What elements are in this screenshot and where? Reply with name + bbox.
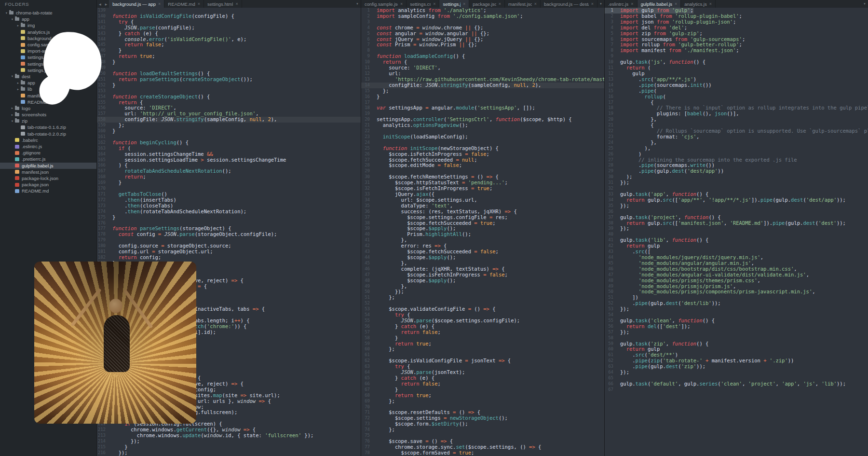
tab-readme.md[interactable]: README.md× [164,0,204,8]
tree-item-.prettierrc.js[interactable]: .prettierrc.js [0,156,96,162]
code-line-4[interactable]: 4const chrome = window.chrome || {}; [361,25,604,31]
tree-item-zip[interactable]: ▾zip [0,118,96,124]
code-area-right[interactable]: 1import gulp from 'gulp';2import babel f… [605,8,868,456]
tab-close-icon[interactable]: × [591,1,594,6]
code-line-25[interactable]: 25 ), [605,146,868,152]
code-line-46[interactable]: 46 complete: (jqXHR, textStatus) => { [361,266,604,272]
code-line-16[interactable]: 16} [361,94,604,100]
tab-gulpfile.babel.js[interactable]: gulpfile.babel.js× [637,0,681,8]
code-line-66[interactable]: 66gulp.task('default', gulp.series('clea… [605,381,868,387]
code-line-13[interactable]: 13 'https://raw.githubusercontent.com/Ke… [361,77,604,83]
disclosure-closed-icon[interactable]: ▸ [10,106,15,110]
tab-overflow-icon[interactable]: ▼ [861,0,868,8]
tab-settings.css[interactable]: settings.css× [407,0,439,8]
code-line-73[interactable]: 73 $scope.form.$setDirty(); [361,421,604,427]
code-line-36[interactable]: 36 success: (res, textStatus, jqXHR) => … [361,209,604,215]
code-line-216[interactable]: 216 }); [97,450,361,456]
code-line-2[interactable]: 2import sampleConfig from './config.samp… [361,14,604,19]
code-line-48[interactable]: 48 $scope.$apply(); [361,278,604,284]
code-line-57[interactable]: 57}); [605,330,868,335]
code-line-162[interactable]: 162function beginCycling() { [97,140,361,146]
tab-analytics.js[interactable]: analytics.js× [681,0,716,8]
tree-item-.gitignore[interactable]: .gitignore [0,150,96,156]
code-line-78[interactable]: 78 $scope.formSaved = true; [361,450,604,456]
disclosure-closed-icon[interactable]: ▸ [15,87,21,91]
tab-close-icon[interactable]: × [463,1,465,6]
tab-close-icon[interactable]: × [534,1,537,6]
code-line-8[interactable]: 8import manifest from './manifest.json'; [605,48,868,54]
tab-close-icon[interactable]: × [235,1,238,6]
tree-item-package-lock.json[interactable]: package-lock.json [0,175,96,181]
code-line-182[interactable]: 182 return config; [97,255,361,261]
tab-settings.js[interactable]: settings.js× [439,0,469,8]
tab-close-icon[interactable]: × [433,1,435,6]
disclosure-closed-icon[interactable]: ▸ [15,24,21,28]
code-line-39[interactable]: 39}); [605,226,868,232]
code-line-31[interactable]: 31}); [605,180,868,186]
code-line-163[interactable]: 163 if ( [97,146,361,152]
code-line-28[interactable]: 28 $scope.editMode = false; [361,163,604,168]
code-line-16[interactable]: 16 rollup( [605,94,868,100]
tab-background.js-app[interactable]: background.js — app× [109,0,164,8]
code-line-148[interactable]: 148} [97,59,361,65]
tab-close-icon[interactable]: × [400,1,403,6]
code-line-160[interactable]: 160} [97,128,361,134]
tab-scroll-right-icon[interactable]: ▶ [103,0,109,8]
code-line-164[interactable]: 164 session.settingsChangeTime && [97,152,361,157]
code-line-24[interactable]: 24 }, [605,140,868,146]
code-line-21[interactable]: 21 analytics.optionsPageview(); [361,123,604,128]
tab-manifest.json[interactable]: manifest.json× [505,0,541,8]
code-line-175[interactable]: 175} [97,215,361,221]
code-line-35[interactable]: 35}); [605,203,868,209]
code-line-68[interactable]: 68 return true; [361,393,604,399]
disclosure-open-icon[interactable]: ▾ [4,11,9,15]
code-line-14[interactable]: 14 configFile: JSON.stringify(sampleConf… [361,83,604,88]
code-line-38[interactable]: 38 return gulp.src(['manifest.json', 'RE… [605,221,868,226]
disclosure-closed-icon[interactable]: ▸ [10,113,15,117]
code-line-34[interactable]: 34 return gulp.src(['app/**', '!app/**/*… [605,197,868,203]
tree-item-img[interactable]: ▸img [0,22,96,28]
code-area-middle[interactable]: 1import analytics from './analytics';2im… [361,8,604,456]
code-line-30[interactable]: 30 ); [605,174,868,180]
code-line-152[interactable]: 152} [97,83,361,88]
tree-item-readme.md[interactable]: README.md [0,188,96,194]
code-line-50[interactable]: 50 }); [361,289,604,295]
code-line-15[interactable]: 15 }; [361,88,604,94]
tab-close-icon[interactable]: × [631,1,633,6]
code-line-74[interactable]: 74 }; [361,427,604,433]
code-line-18[interactable]: 18var settingsApp = angular.module('sett… [361,105,604,111]
code-line-56[interactable]: 56 return del(['dest']); [605,324,868,330]
code-line-60[interactable]: 60 }; [361,346,604,352]
tree-item-tab-rotate-0.1.6.zip[interactable]: tab-rotate-0.1.6.zip [0,124,96,130]
tab-close-icon[interactable]: × [158,1,161,6]
code-line-64[interactable]: 64}); [605,370,868,375]
code-line-145[interactable]: 145 return false; [97,42,361,48]
tab-config.sample.json[interactable]: config.sample.json× [361,0,407,8]
tree-item-screenshots[interactable]: ▸screenshots [0,111,96,118]
disclosure-open-icon[interactable]: ▾ [10,17,15,21]
code-line-26[interactable]: 26 $scope.isFetchInProgress = false; [361,152,604,157]
disclosure-open-icon[interactable]: ▾ [10,119,15,123]
tree-item-logo[interactable]: ▸logo [0,105,96,111]
code-line-67[interactable]: 67 [605,387,868,393]
code-line-3[interactable]: 3 [361,19,604,25]
tree-item-package.json[interactable]: package.json [0,181,96,188]
tab-close-icon[interactable]: × [675,1,677,6]
code-line-77[interactable]: 77 chrome.storage.sync.set($scope.settin… [361,444,604,450]
code-line-45[interactable]: 45 }, [361,261,604,266]
code-line-158[interactable]: 158 configFile: JSON.stringify(sampleCon… [97,117,361,123]
code-line-3[interactable]: 3import json from 'rollup-plugin-json'; [605,19,868,25]
code-line-57[interactable]: 57 return false; [361,330,604,335]
code-line-29[interactable]: 29 .pipe(gulp.dest('dest/app')) [605,168,868,174]
code-line-147[interactable]: 147 return true; [97,54,361,59]
tree-item-.eslintrc.js[interactable]: .eslintrc.js [0,143,96,150]
tree-item-chrome-tab-rotate[interactable]: ▾chrome-tab-rotate [0,10,96,16]
code-line-47[interactable]: 47 $scope.isFetchInProgress = false; [361,272,604,278]
tab-overflow-icon[interactable]: ▼ [354,0,361,8]
tab-close-icon[interactable]: × [198,1,200,6]
tab-background.js-dest-app[interactable]: background.js — dest/app× [541,0,597,8]
tree-item-manifest.json[interactable]: manifest.json [0,169,96,175]
disclosure-open-icon[interactable]: ▾ [10,74,15,78]
tab-scroll-left-icon[interactable]: ◀ [97,0,103,8]
code-line-140[interactable]: 140function isValidConfigFile(configFile… [97,14,361,19]
